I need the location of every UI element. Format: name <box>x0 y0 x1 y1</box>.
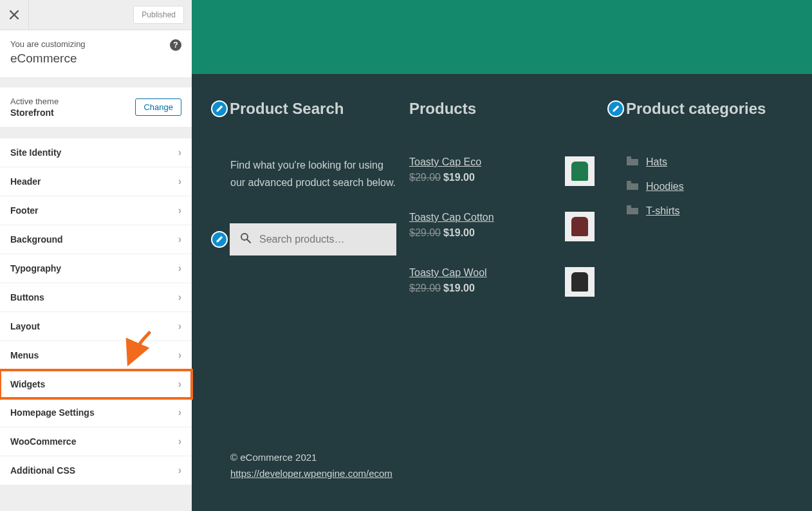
search-input[interactable] <box>259 234 386 245</box>
edit-search-button[interactable] <box>211 231 228 248</box>
product-price: $29.00$19.00 <box>409 227 494 239</box>
sidebar-item-buttons[interactable]: Buttons› <box>0 283 192 312</box>
site-title: eCommerce <box>10 51 181 66</box>
pencil-icon <box>612 105 620 113</box>
chevron-right-icon: › <box>178 378 181 390</box>
widget-heading-text: Product categories <box>626 100 766 118</box>
sidebar-item-label: Menus <box>10 350 39 360</box>
product-item: Toasty Cap Cotton$29.00$19.00 <box>409 212 595 241</box>
folder-icon <box>627 156 638 168</box>
preview-footer: © eCommerce 2021 https://developer.wpeng… <box>211 439 793 498</box>
change-theme-button[interactable]: Change <box>135 98 181 116</box>
close-button[interactable] <box>0 0 29 30</box>
footer-link[interactable]: https://developer.wpengine.com/ecom <box>230 468 773 479</box>
site-preview: Product Search Find what you're looking … <box>192 0 812 511</box>
sidebar-item-label: Homepage Settings <box>10 407 95 418</box>
category-item: T-shirts <box>607 205 793 217</box>
category-item: Hoodies <box>607 181 793 192</box>
sidebar-item-label: Additional CSS <box>10 465 75 476</box>
product-price: $29.00$19.00 <box>409 172 481 183</box>
edit-widget-button[interactable] <box>607 100 624 117</box>
chevron-right-icon: › <box>178 349 181 361</box>
price-new: $19.00 <box>443 172 475 183</box>
widget-product-search: Product Search Find what you're looking … <box>211 100 396 322</box>
price-new: $19.00 <box>443 283 475 293</box>
product-thumbnail[interactable] <box>565 267 595 297</box>
product-price: $29.00$19.00 <box>409 283 487 294</box>
chevron-right-icon: › <box>178 436 181 447</box>
product-link[interactable]: Toasty Cap Cotton <box>409 212 494 223</box>
active-theme-label: Active theme <box>10 97 59 106</box>
folder-icon <box>627 205 638 217</box>
product-item: Toasty Cap Wool$29.00$19.00 <box>409 267 595 297</box>
widget-heading-categories: Product categories <box>607 100 793 118</box>
chevron-right-icon: › <box>178 147 181 158</box>
sidebar-item-widgets[interactable]: Widgets› <box>0 369 193 400</box>
widget-heading-text: Product Search <box>230 100 344 118</box>
sidebar-item-footer[interactable]: Footer› <box>0 196 192 225</box>
sidebar-item-label: Typography <box>10 263 61 274</box>
theme-name: Storefront <box>10 107 59 118</box>
price-old: $29.00 <box>409 227 441 238</box>
help-icon[interactable]: ? <box>170 39 181 51</box>
chevron-right-icon: › <box>178 465 181 476</box>
category-link[interactable]: Hoodies <box>646 181 684 192</box>
divider <box>0 77 192 88</box>
chevron-right-icon: › <box>178 407 181 418</box>
folder-icon <box>627 181 638 192</box>
sidebar-item-label: Footer <box>10 205 39 216</box>
widget-heading-products: Products <box>409 100 595 118</box>
active-theme-panel: Active theme Storefront Change <box>0 88 192 127</box>
widget-heading-search: Product Search <box>211 100 396 118</box>
sidebar-item-label: Header <box>10 176 41 187</box>
sidebar-item-label: Background <box>10 234 63 245</box>
category-link[interactable]: T-shirts <box>646 205 679 217</box>
sidebar-item-label: WooCommerce <box>10 436 76 447</box>
chevron-right-icon: › <box>178 176 181 187</box>
preview-header-band <box>192 0 812 74</box>
published-button[interactable]: Published <box>133 6 184 24</box>
sidebar-item-label: Buttons <box>10 292 44 302</box>
sidebar-item-typography[interactable]: Typography› <box>0 254 192 283</box>
customizing-panel: You are customizing eCommerce ? <box>0 30 192 77</box>
sidebar-item-label: Widgets <box>10 379 45 389</box>
chevron-right-icon: › <box>178 321 181 332</box>
sidebar-item-background[interactable]: Background› <box>0 225 192 254</box>
category-item: Hats <box>607 156 793 168</box>
product-thumbnail[interactable] <box>565 156 595 186</box>
chevron-right-icon: › <box>178 205 181 216</box>
sidebar-item-label: Layout <box>10 321 40 331</box>
customizing-label: You are customizing <box>10 39 181 49</box>
pencil-icon <box>216 105 223 113</box>
pencil-icon <box>216 236 223 243</box>
footer-copyright: © eCommerce 2021 <box>230 452 773 463</box>
sidebar-item-woocommerce[interactable]: WooCommerce› <box>0 427 192 456</box>
product-item: Toasty Cap Eco$29.00$19.00 <box>409 156 595 186</box>
sidebar-item-site-identity[interactable]: Site Identity› <box>0 138 192 167</box>
sidebar-item-menus[interactable]: Menus› <box>0 341 192 370</box>
price-new: $19.00 <box>443 227 475 238</box>
chevron-right-icon: › <box>178 263 181 274</box>
sidebar-item-additional-css[interactable]: Additional CSS› <box>0 456 192 485</box>
preview-body: Product Search Find what you're looking … <box>192 74 812 511</box>
chevron-right-icon: › <box>178 292 181 303</box>
close-icon <box>10 10 19 19</box>
widget-heading-text: Products <box>409 100 476 118</box>
customizer-sidebar: Published You are customizing eCommerce … <box>0 0 192 511</box>
price-old: $29.00 <box>409 283 441 293</box>
product-thumbnail[interactable] <box>565 212 595 241</box>
product-link[interactable]: Toasty Cap Eco <box>409 156 481 168</box>
search-box[interactable] <box>230 223 396 256</box>
sidebar-item-homepage-settings[interactable]: Homepage Settings› <box>0 398 192 427</box>
price-old: $29.00 <box>409 172 441 183</box>
customizer-menu: Site Identity›Header›Footer›Background›T… <box>0 138 192 485</box>
product-link[interactable]: Toasty Cap Wool <box>409 267 487 279</box>
search-icon <box>240 232 252 246</box>
edit-widget-button[interactable] <box>211 100 228 117</box>
sidebar-item-layout[interactable]: Layout› <box>0 312 192 341</box>
category-link[interactable]: Hats <box>646 156 667 168</box>
widget-products: Products Toasty Cap Eco$29.00$19.00Toast… <box>409 100 595 322</box>
widget-categories: Product categories HatsHoodiesT-shirts <box>607 100 793 322</box>
sidebar-item-header[interactable]: Header› <box>0 167 192 196</box>
search-description: Find what you're looking for using our a… <box>211 156 396 191</box>
